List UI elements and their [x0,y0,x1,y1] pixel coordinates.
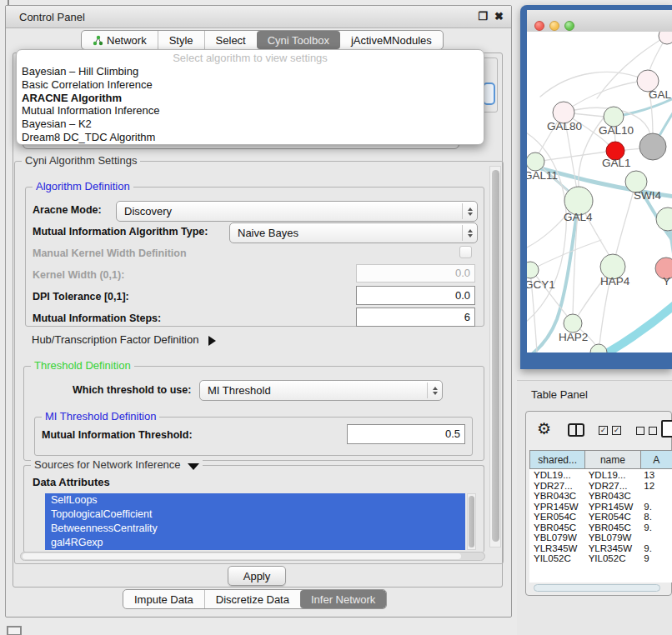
cell: YDL19... [585,470,641,481]
attribute-item-selfloops[interactable]: SelfLoops [45,493,465,508]
settings-vertical-scrollbar-thumb[interactable] [492,170,499,542]
node-label-gal10: GAL10 [599,124,634,137]
deselect-checkbox-icon[interactable] [636,427,644,435]
network-icon [93,35,103,46]
gear-icon[interactable]: ⚙ [537,421,551,437]
column-header-name[interactable]: name [585,451,640,468]
table-row[interactable]: YLR345WYLR345W9. [529,543,672,554]
node-label-hap4: HAP4 [600,275,630,288]
network-edge[interactable] [540,72,648,97]
mi-threshold-legend: MI Threshold Definition [42,410,159,422]
algorithm-option-aracne-algorithm[interactable]: ARACNE Algorithm [18,92,483,105]
float-window-icon[interactable]: ❐ [478,10,488,22]
aracne-mode-combobox[interactable]: Discovery [116,201,478,222]
network-window-titlebar[interactable] [527,10,672,32]
tab-impute-data[interactable]: Impute Data [123,590,204,608]
data-attributes-label: Data Attributes [33,476,110,488]
hub-definition-toggle[interactable]: Hub/Transcription Factor Definition [32,333,221,346]
which-threshold-combobox[interactable]: MI Threshold [199,380,443,401]
which-threshold-label: Which threshold to use: [73,384,191,396]
tab-discretize-data[interactable]: Discretize Data [204,590,300,608]
tab-jactivemnodules[interactable]: jActiveMNodules [340,31,443,49]
mi-steps-label: Mutual Information Steps: [33,312,161,324]
attribute-item-betweennesscentrality[interactable]: BetweennessCentrality [45,522,465,536]
table-row[interactable]: YDL19...YDL19...13 [529,470,672,481]
cell: 9. [640,502,672,512]
table-row[interactable]: YPR145WYPR145W9. [529,502,672,512]
select-all-checkbox-icon[interactable]: ✓ [599,426,608,435]
table-row[interactable]: YER054CYER054C8. [529,512,672,522]
network-node-gal11[interactable] [527,152,544,171]
data-attributes-listbox[interactable]: SelfLoopsTopologicalCoefficientBetweenne… [45,493,465,550]
control-panel-title: Control Panel [19,11,85,23]
table-row[interactable]: YBR045CYBR045C9. [529,522,672,533]
control-panel-titlebar[interactable]: Control Panel ❐ ✖ [6,6,511,28]
zoom-traffic-light-icon[interactable] [564,21,574,31]
apply-button[interactable]: Apply [228,566,286,586]
attributes-scrollbar[interactable] [467,493,476,550]
attributes-scrollbar-thumb[interactable] [469,496,474,548]
mi-type-combobox[interactable]: Naive Bayes [229,222,478,243]
dpi-tolerance-label: DPI Tolerance [0,1]: [33,291,129,302]
expanded-arrow-icon[interactable] [188,463,199,476]
cell: 8. [640,512,672,522]
new-table-icon[interactable] [661,420,672,438]
network-node[interactable] [590,344,607,352]
close-traffic-light-icon[interactable] [534,21,544,31]
table-row[interactable]: YIL052CYIL052C9 [529,553,672,562]
attribute-item-gal4rgexp[interactable]: gal4RGexp [45,536,465,550]
tab-infer-network[interactable]: Infer Network [300,590,386,608]
close-icon[interactable]: ✖ [494,10,504,22]
settings-horizontal-scrollbar[interactable] [20,552,485,561]
tab-network[interactable]: Network [82,31,158,49]
column-header-shared[interactable]: shared... [530,451,585,468]
node-label-gcy1: GCY1 [527,278,555,291]
select-all-checkbox-icon[interactable]: ✓ [612,426,621,435]
table-horizontal-scrollbar[interactable] [534,584,660,592]
cyni-settings-fieldset: Cyni Algorithm Settings Algorithm Defini… [14,161,504,564]
table-row[interactable]: YBL079WYBL079W [529,532,672,543]
network-node[interactable] [656,208,672,231]
cell: YDL19... [529,470,585,481]
algorithm-option-basic-correlation-inference[interactable]: Basic Correlation Inference [18,78,483,92]
minimize-traffic-light-icon[interactable] [549,21,559,31]
mi-type-value: Naive Bayes [238,227,298,239]
network-node-gcy1[interactable] [527,262,539,278]
network-node[interactable] [639,133,666,160]
threshold-definition-legend: Threshold Definition [31,359,134,372]
mi-steps-field[interactable]: 6 [356,308,475,327]
column-header-a[interactable]: A [641,451,672,468]
table-row[interactable]: YBR043CYBR043C [529,491,672,502]
settings-horizontal-scrollbar-thumb[interactable] [23,553,461,559]
deselect-checkbox-icon[interactable] [649,427,657,435]
kernel-width-field[interactable]: 0.0 [356,264,475,282]
network-canvas[interactable]: GALGAL80GAL10GAL1GAL11SWI4GAL4GCY1HAP4YH… [527,32,672,352]
attribute-item-topologicalcoefficient[interactable]: TopologicalCoefficient [45,508,465,522]
network-edge[interactable] [592,300,672,352]
columns-icon[interactable] [568,423,584,437]
network-window-frame[interactable]: GALGAL80GAL10GAL1GAL11SWI4GAL4GCY1HAP4YH… [520,5,672,369]
dpi-tolerance-field[interactable]: 0.0 [356,286,475,305]
algorithm-option-bayesian-hill-climbing[interactable]: Bayesian – Hill Climbing [18,65,483,78]
network-node-hap2[interactable] [564,314,582,332]
tab-label: Network [107,34,147,47]
mi-threshold-field[interactable]: 0.5 [347,424,465,444]
minimized-panel-icon[interactable] [7,626,22,635]
algorithm-option-bayesian-k2[interactable]: Bayesian – K2 [18,118,483,131]
manual-kernel-checkbox[interactable] [459,246,472,258]
which-threshold-value: MI Threshold [208,384,271,397]
cell: 12 [640,481,672,492]
network-edge[interactable] [530,240,601,270]
tab-select[interactable]: Select [204,31,257,49]
tab-cyni-toolbox[interactable]: Cyni Toolbox [257,31,340,49]
algorithm-option-dream8-dc-tdc-algorithm[interactable]: Dream8 DC_TDC Algorithm [18,131,483,144]
tab-style[interactable]: Style [158,31,204,49]
aracne-mode-value: Discovery [124,205,172,218]
cell: 9. [640,522,672,533]
collapsed-arrow-icon [208,336,221,346]
settings-vertical-scrollbar[interactable] [489,166,501,548]
algorithm-option-mutual-information-inference[interactable]: Mutual Information Inference [18,104,483,118]
cell [640,532,672,543]
table-row[interactable]: YDR27...YDR27...12 [529,481,672,492]
network-node[interactable] [659,32,672,44]
